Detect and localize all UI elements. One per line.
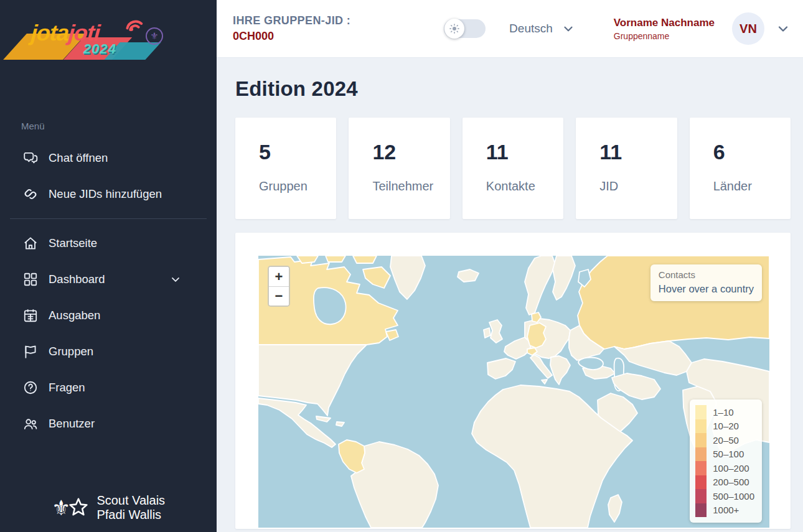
legend-label: 20–50 [713,435,739,446]
stat-card-kontakte: 11 Kontakte [463,118,563,219]
stat-value: 11 [486,140,563,164]
legend-label: 1000+ [713,505,739,515]
group-jid-value: 0CH000 [233,30,350,43]
map-legend: 1–10 10–20 20–50 50–100 100–200 200–500 … [690,399,762,523]
chat-bubbles-icon [22,150,39,166]
stat-label: JID [599,179,677,194]
sidebar-item-label: Neue JIDs hinzufügen [49,187,162,201]
legend-label: 50–100 [713,449,744,459]
sidebar-item-groups[interactable]: Gruppen [0,334,217,370]
legend-swatch [695,405,707,419]
link-icon [22,186,39,202]
sidebar-divider [10,218,207,219]
users-icon [22,416,39,432]
chevron-down-icon [561,22,575,35]
stat-label: Gruppen [259,179,336,194]
group-jid-block: IHRE GRUPPEN-JID : 0CH000 [233,14,350,43]
map-info-hint: Hover over a country [659,283,754,295]
legend-label: 1–10 [713,407,733,418]
question-circle-icon [22,380,39,396]
sidebar-item-home[interactable]: Startseite [0,225,217,261]
map-zoom-control: + − [268,266,290,307]
user-name: Vorname Nachname [614,17,715,29]
legend-swatch [695,419,707,434]
avatar[interactable]: VN [732,12,764,45]
legend-row: 50–100 [695,447,754,462]
map-info-box: Contacts Hover over a country [650,264,762,301]
legend-row: 1000+ [695,503,754,518]
map-info-title: Contacts [659,269,754,280]
sidebar-item-label: Dashboard [49,273,105,286]
stat-value: 11 [599,140,677,164]
calendar-icon [22,307,39,324]
sidebar: jotajoti 2024 ⚜ Menü Chat öffnen Neue JI… [0,0,217,532]
legend-label: 200–500 [713,477,749,487]
legend-swatch [695,475,707,490]
sidebar-footer: ⚜ Scout Valais Pfadi Wallis [0,493,217,522]
language-label: Deutsch [509,22,553,35]
stat-card-gruppen: 5 Gruppen [235,118,336,219]
group-jid-label: IHRE GRUPPEN-JID : [233,14,350,27]
legend-label: 500–1000 [713,491,754,502]
legend-swatch [695,489,707,503]
stat-label: Teilnehmer [372,179,449,194]
sidebar-item-questions[interactable]: Fragen [0,370,217,406]
flag-icon [22,343,39,360]
main-content: Edition 2024 5 Gruppen 12 Teilnehmer 11 … [217,58,803,532]
stats-row: 5 Gruppen 12 Teilnehmer 11 Kontakte 11 J… [235,118,791,219]
legend-row: 10–20 [695,419,754,434]
stat-card-jid: 11 JID [576,118,677,219]
legend-row: 100–200 [695,461,754,475]
sidebar-item-label: Fragen [49,381,85,394]
jotajoti-logo[interactable]: jotajoti 2024 ⚜ [14,9,163,66]
sidebar-item-editions[interactable]: Ausgaben [0,297,217,334]
wosm-fleur-badge-icon: ⚜ [146,27,163,45]
sidebar-item-label: Ausgaben [49,309,100,322]
logo-year: 2024 [83,41,116,57]
sidebar-item-label: Startseite [49,236,97,250]
stat-card-laender: 6 Länder [690,118,791,219]
grid-icon [22,271,39,287]
sidebar-item-label: Benutzer [49,417,95,431]
user-menu-chevron-icon[interactable] [776,21,791,36]
world-map[interactable]: + − Contacts Hover over a country 1–10 1… [258,256,769,528]
language-selector[interactable]: Deutsch [509,22,575,35]
scout-fleur-star-icon: ⚜ [52,496,90,520]
chevron-down-icon[interactable] [169,273,182,286]
zoom-in-button[interactable]: + [269,267,289,286]
footer-org-name: Scout Valais Pfadi Wallis [96,493,165,522]
sidebar-item-add-jids[interactable]: Neue JIDs hinzufügen [0,176,217,212]
sidebar-item-label: Chat öffnen [49,151,108,165]
stat-label: Kontakte [486,179,563,194]
legend-row: 500–1000 [695,489,754,503]
contacts-map-card: + − Contacts Hover over a country 1–10 1… [235,233,791,529]
menu-section-label: Menü [21,121,217,131]
sidebar-item-label: Gruppen [49,345,93,358]
sidebar-item-chat[interactable]: Chat öffnen [0,140,217,176]
zoom-out-button[interactable]: − [269,286,289,306]
stat-value: 5 [259,140,336,164]
topbar: IHRE GRUPPEN-JID : 0CH000 Deutsch Vornam… [217,0,803,58]
theme-toggle[interactable] [444,19,486,38]
wifi-signal-icon [121,10,146,34]
theme-toggle-knob[interactable] [444,19,464,39]
legend-label: 10–20 [713,421,739,431]
legend-swatch [695,461,707,475]
user-info[interactable]: Vorname Nachname Gruppenname [614,17,715,41]
legend-row: 200–500 [695,475,754,490]
legend-swatch [695,447,707,462]
sun-icon [449,23,460,34]
legend-swatch [695,433,707,447]
legend-row: 20–50 [695,433,754,447]
legend-label: 100–200 [713,463,749,474]
stat-card-teilnehmer: 12 Teilnehmer [349,118,449,219]
user-group-name: Gruppenname [614,31,715,41]
sidebar-item-dashboard[interactable]: Dashboard [0,261,217,297]
legend-row: 1–10 [695,405,754,419]
stat-label: Länder [713,179,791,194]
sidebar-item-users[interactable]: Benutzer [0,406,217,442]
stat-value: 12 [372,140,449,164]
home-icon [22,235,39,251]
legend-swatch [695,503,707,518]
page-title: Edition 2024 [235,77,791,101]
